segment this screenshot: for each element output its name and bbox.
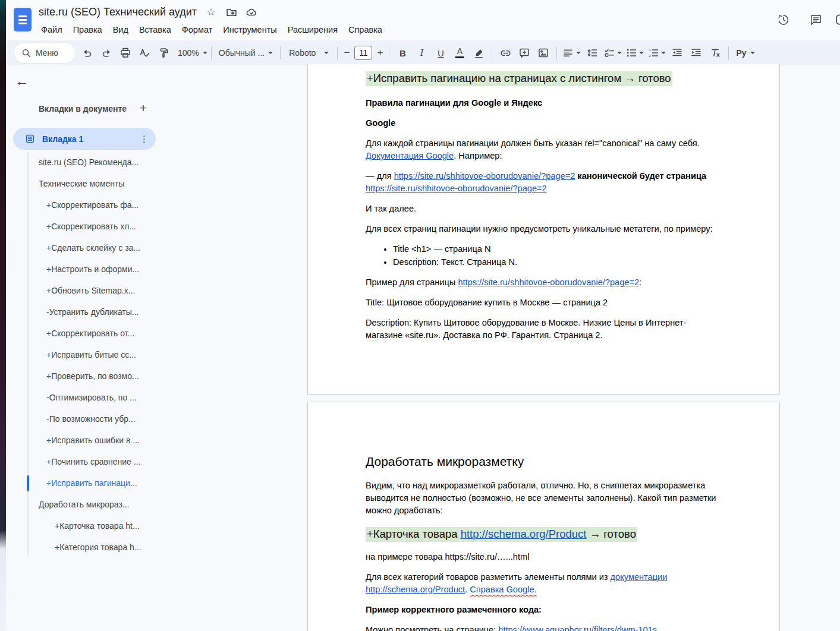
doc-bullet-list: Title <h1> — страница N Description: Тек… [366, 243, 722, 269]
paint-format-icon [158, 47, 169, 59]
divider [492, 46, 492, 59]
doc-link[interactable]: http://schema.org/Product [461, 528, 587, 540]
doc-paragraph: Пример для страницы https://site.ru/shhi… [366, 276, 722, 289]
version-history-icon[interactable] [776, 12, 791, 27]
numbered-list-icon: 12 [647, 47, 659, 59]
menu-search-button[interactable]: Меню [14, 43, 75, 63]
doc-heading-microdata: Доработать микроразметку [366, 455, 722, 469]
add-comment-icon [518, 47, 530, 59]
clear-formatting-icon [709, 47, 721, 59]
insert-image-button[interactable] [536, 45, 551, 61]
add-comment-button[interactable] [517, 45, 532, 61]
zoom-value: 100% [178, 48, 199, 58]
spellcheck-button[interactable] [137, 45, 152, 61]
active-outline-indicator [27, 475, 29, 491]
checklist-icon [603, 47, 615, 59]
star-icon[interactable]: ☆ [205, 7, 217, 18]
doc-paragraph: И так далее. [366, 203, 722, 215]
input-tools-select[interactable]: Ру [732, 48, 758, 58]
increase-indent-icon [690, 47, 702, 59]
docs-logo-bars [18, 14, 27, 26]
text-color-button[interactable]: A [452, 45, 467, 61]
bulleted-list-icon [625, 47, 637, 59]
doc-heading-pagination: +Исправить пагинацию на страницах с лист… [366, 70, 722, 87]
svg-text:1: 1 [649, 48, 652, 52]
increase-font-size-button[interactable]: + [375, 47, 385, 59]
paint-format-button[interactable] [156, 45, 171, 61]
google-docs-logo-icon[interactable] [14, 8, 32, 31]
doc-link[interactable]: Документация Google [366, 151, 454, 160]
paragraph-style-select[interactable]: Обычный ... [215, 48, 276, 58]
numbered-list-button[interactable]: 12 [647, 45, 666, 61]
doc-paragraph-description-example: Description: Купить Щитовое оборудование… [366, 317, 722, 342]
menu-help[interactable]: Справка [344, 24, 386, 36]
menu-format[interactable]: Формат [178, 24, 217, 36]
document-title[interactable]: site.ru (SEO) Технический аудит [39, 6, 197, 18]
line-spacing-button[interactable] [584, 45, 600, 61]
highlight-color-button[interactable] [471, 45, 486, 61]
checklist-button[interactable] [603, 45, 622, 61]
increase-indent-button[interactable] [688, 45, 704, 61]
doc-subheading: Пример корректного размеченного кода: [366, 604, 722, 616]
doc-paragraph: Можно посмотреть на странице: https://ww… [366, 624, 722, 631]
redo-icon [100, 47, 112, 59]
doc-paragraph: Видим, что над микроразметкой работали, … [366, 479, 722, 517]
italic-button[interactable]: I [414, 45, 429, 61]
doc-link[interactable]: https://site.ru/shhitovoe-oborudovanie/?… [394, 171, 575, 181]
divider [556, 46, 557, 59]
doc-link[interactable]: Справка Google. [470, 585, 536, 594]
text-color-icon: A [455, 48, 464, 58]
highlight-icon [473, 48, 485, 59]
line-spacing-icon [586, 47, 598, 59]
insert-link-button[interactable] [498, 45, 513, 61]
doc-heading-product-card: +Карточка товара http://schema.org/Produ… [366, 526, 722, 542]
doc-paragraph: Для всех страниц пагинации нужно предусм… [366, 223, 722, 235]
menu-file[interactable]: Файл [37, 24, 67, 36]
paragraph-style-value: Обычный ... [219, 48, 265, 58]
zoom-select[interactable]: 100% [178, 48, 207, 58]
print-icon [119, 47, 131, 59]
document-page-1[interactable]: +Исправить пагинацию на страницах с лист… [307, 64, 780, 395]
doc-bullet-item: Title <h1> — страница N [393, 243, 722, 256]
align-button[interactable] [562, 45, 581, 61]
doc-paragraph: на примере товара https://site.ru/…...ht… [366, 551, 722, 563]
divider [389, 46, 389, 59]
decrease-indent-button[interactable] [669, 45, 685, 61]
menu-tools[interactable]: Инструменты [219, 24, 281, 36]
doc-link[interactable]: https://www.aquaphor.ru/filters/dwm-101s [498, 625, 657, 631]
spellcheck-icon [139, 47, 150, 59]
bold-button[interactable]: B [395, 45, 410, 61]
undo-icon [81, 47, 93, 59]
print-button[interactable] [118, 45, 133, 61]
document-area: +Исправить пагинацию на страницах с лист… [6, 65, 840, 631]
toolbar: Меню 100% Обычный ... Roboto − 11 + B I … [6, 40, 840, 65]
menu-extensions[interactable]: Расширения [284, 24, 342, 36]
bulleted-list-button[interactable] [625, 45, 644, 61]
menu-view[interactable]: Вид [109, 24, 133, 36]
doc-link[interactable]: https://site.ru/shhitovoe-oborudovanie/?… [458, 277, 639, 287]
doc-paragraph: — для https://site.ru/shhitovoe-oborudov… [366, 170, 722, 195]
cloud-saved-icon[interactable] [246, 7, 257, 18]
desktop-edge-strip [0, 0, 6, 631]
chevron-down-icon [750, 52, 755, 54]
comments-icon[interactable] [808, 12, 823, 27]
font-select[interactable]: Roboto [284, 48, 334, 58]
divider [280, 46, 281, 59]
undo-button[interactable] [80, 45, 95, 61]
menu-edit[interactable]: Правка [69, 24, 106, 36]
document-page-2[interactable]: Доработать микроразметку Видим, что над … [307, 402, 780, 631]
input-tools-icon: Ру [736, 48, 746, 58]
redo-button[interactable] [99, 45, 114, 61]
doc-link[interactable]: https://site.ru/shhitovoe-oborudovanie/?… [366, 184, 547, 193]
menu-insert[interactable]: Вставка [135, 24, 175, 36]
font-size-input[interactable]: 11 [354, 46, 372, 60]
divider [211, 46, 212, 59]
move-folder-icon[interactable] [225, 7, 237, 18]
clear-formatting-button[interactable] [707, 45, 723, 61]
decrease-font-size-button[interactable]: − [341, 47, 352, 59]
chevron-down-icon [576, 52, 581, 54]
decrease-indent-icon [671, 47, 683, 59]
underline-button[interactable]: U [433, 45, 448, 61]
svg-text:2: 2 [649, 54, 652, 58]
insert-image-icon [537, 47, 549, 59]
